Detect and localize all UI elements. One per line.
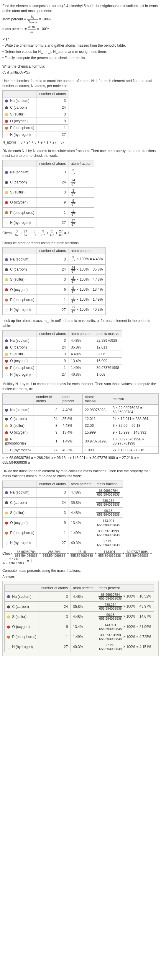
element-cell: O (oxygen): [3, 429, 34, 436]
element-color-dot: [5, 278, 8, 281]
table-row: Na (sodium)34.48%22.989769283 × 22.98976…: [3, 404, 159, 415]
element-color-dot: [5, 438, 8, 441]
pct-cell: 13.4%: [68, 358, 94, 364]
pct-cell: 35.8%: [60, 415, 82, 422]
element-color-dot: [5, 522, 8, 525]
element-cell: P (phosphorus): [5, 632, 39, 642]
element-cell: O (oxygen): [3, 518, 37, 528]
pct-cell: 35.8%: [68, 344, 94, 351]
fraction: 367: [71, 189, 76, 196]
element-cell: H (hydrogen): [3, 218, 37, 228]
element-color-dot: [5, 268, 8, 271]
count-cell: 3: [34, 404, 60, 415]
element-cell: P (phosphorus): [3, 124, 37, 131]
element-cell: H (hydrogen): [5, 642, 39, 652]
count-cell: 1: [37, 364, 68, 371]
mass-pct-cell: 27.216655.594069838 × 100% = 4.151%: [96, 642, 154, 652]
frac-cell: 967: [68, 197, 94, 207]
mass-pct-cell: 30.973761998655.594069838 × 100% = 4.725…: [96, 632, 154, 642]
mass-calc-cell: 3 × 32.06 = 96.18: [110, 422, 158, 429]
element-cell: H (hydrogen): [3, 305, 37, 315]
frac-cell: 367: [68, 167, 94, 177]
table-mass-calc: number of atoms atom percent atomic mass…: [2, 393, 159, 454]
pct-cell: 4.48%: [60, 422, 82, 429]
mass-u-cell: 1.008: [82, 447, 110, 453]
element-color-dot: [5, 201, 8, 204]
count-cell: 24: [34, 415, 60, 422]
col-num-atoms: number of atoms: [37, 248, 68, 254]
plan-line-2: • Determine values for N_i, m_i, N_atoms…: [2, 49, 159, 54]
mass-percent-label: mass percent =: [2, 27, 28, 31]
atom-percent-rhs: × 100%: [39, 17, 51, 21]
atom-percent-label: atom percent =: [2, 17, 27, 21]
element-cell: P (phosphorus): [3, 436, 34, 447]
table-row: Na (sodium)34.48%68.96930784655.59406983…: [3, 487, 123, 497]
element-cell: Na (sodium): [3, 337, 37, 344]
formula-heading: Write the chemical formula:: [2, 64, 159, 69]
natoms-sum: N_atoms = 3 + 24 + 3 + 9 + 1 + 27 = 67: [2, 140, 159, 145]
pct-cell: 4.48%: [71, 591, 96, 601]
mass-u-cell: 12.011: [82, 415, 110, 422]
element-color-dot: [5, 542, 8, 545]
element-cell: C (carbon): [3, 104, 37, 111]
fraction: 27.216655.594069838: [96, 539, 120, 547]
mass-u-cell: 32.06: [94, 351, 122, 358]
mass-frac-cell: 30.973761998655.594069838: [94, 528, 123, 538]
fraction: 367: [14, 229, 19, 237]
count-cell: 27: [37, 371, 68, 378]
col-num-atoms: number of atoms: [37, 331, 68, 337]
fraction: 96.18655.594069838: [96, 509, 120, 516]
col-atom-pct: atom percent: [68, 331, 94, 337]
fraction: 30.973761998655.594069838: [96, 529, 120, 537]
chemical-formula: C₂₄H₂₇Na₃O₉PS₃: [2, 70, 159, 75]
fraction: 2467: [23, 229, 28, 237]
table-row: P (phosphorus)1: [3, 124, 68, 131]
element-cell: S (sulfur): [3, 187, 37, 197]
table-row: C (carbon)242467 × 100% = 35.8%: [3, 264, 106, 274]
frac-cell: 2467: [68, 177, 94, 187]
element-color-dot: [5, 113, 8, 116]
pct-cell: 35.8%: [68, 498, 94, 508]
col-atom-pct: atom percent: [68, 480, 94, 487]
col-blank: [3, 91, 37, 97]
element-color-dot: [7, 636, 10, 639]
element-cell: H (hydrogen): [3, 538, 37, 548]
frac-cell: 167: [68, 208, 94, 218]
count-cell: 24: [37, 498, 68, 508]
element-color-dot: [5, 431, 8, 434]
table-row: O (oxygen)913.4%143.991655.594069838 × 1…: [5, 622, 154, 632]
count-cell: 9: [37, 285, 68, 294]
check-label: Check:: [2, 551, 14, 555]
table-row: P (phosphorus)11.49%30.973761998655.5940…: [3, 528, 123, 538]
count-cell: 27: [37, 131, 68, 138]
element-color-dot: [5, 288, 8, 291]
element-cell: S (sulfur): [3, 274, 37, 285]
mass-u-cell: 22.98976928: [94, 337, 122, 344]
check-mass-fractions: Check: 68.96930784655.594069838 + 288.26…: [2, 550, 159, 565]
element-color-dot: [7, 616, 10, 619]
fraction: 27.216655.594069838: [2, 557, 26, 565]
mass-percent-formula: mass percent = Ni mim × 100%: [2, 25, 159, 33]
mass-frac-cell: 288.264655.594069838: [94, 498, 123, 508]
col-mass: mass/u: [110, 393, 158, 404]
table-row: P (phosphorus)1167: [3, 208, 94, 218]
mass-u-cell: 15.999: [94, 358, 122, 364]
mass-percent-frac: Ni mim: [28, 25, 36, 33]
count-cell: 9: [37, 118, 68, 124]
check-label: Check:: [2, 231, 14, 235]
table-mass-percents: number of atoms atom percent mass percen…: [5, 584, 154, 652]
fraction: 967: [71, 286, 76, 293]
element-color-dot: [5, 512, 8, 514]
pct-cell: 4.48%: [68, 351, 94, 358]
fraction: 967: [71, 199, 76, 206]
col-atom-pct: atom percent: [68, 248, 105, 254]
table-row: S (sulfur)34.48%32.06: [3, 351, 122, 358]
element-cell: S (sulfur): [3, 111, 37, 118]
element-cell: Na (sodium): [3, 487, 37, 497]
count-cell: 3: [37, 508, 68, 518]
table-atom-percents: number of atoms atom percent Na (sodium)…: [2, 247, 106, 315]
pct-cell: 13.4%: [68, 518, 94, 528]
count-cell: 3: [37, 187, 68, 197]
count-cell: 9: [37, 518, 68, 528]
table-row: S (sulfur)3367 × 100% = 4.48%: [3, 274, 106, 285]
